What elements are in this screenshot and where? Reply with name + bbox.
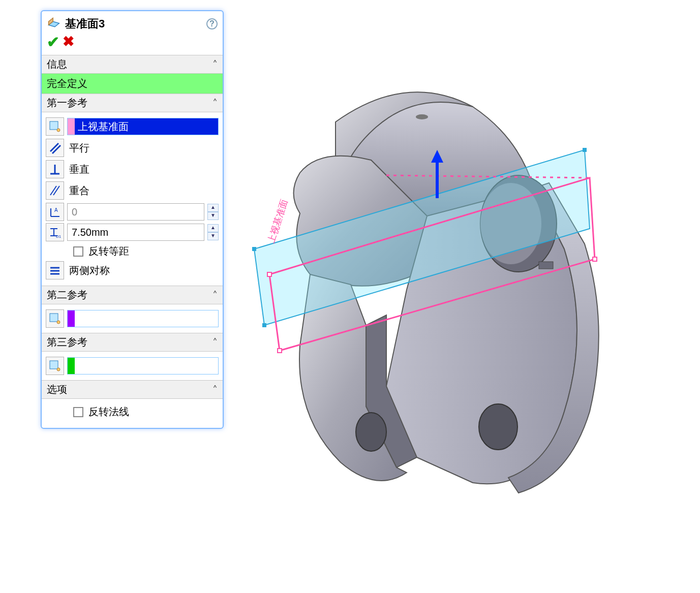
svg-rect-26 bbox=[252, 247, 256, 251]
section-header-ref3[interactable]: 第三参考 ˄ bbox=[42, 333, 223, 352]
section-body-options: 反转法线 bbox=[42, 399, 223, 425]
svg-rect-28 bbox=[262, 323, 266, 327]
svg-rect-32 bbox=[593, 257, 597, 261]
mid-plane-label: 两侧对称 bbox=[69, 264, 110, 277]
chevron-up-icon: ˄ bbox=[212, 384, 218, 396]
cancel-button[interactable]: ✖ bbox=[63, 33, 74, 51]
section-header-ref2[interactable]: 第二参考 ˄ bbox=[42, 286, 223, 304]
angle-input[interactable]: 0 bbox=[67, 203, 204, 221]
svg-point-23 bbox=[479, 404, 518, 450]
ref2-selection-empty bbox=[75, 310, 218, 327]
section-header-ref1[interactable]: 第一参考 ˄ bbox=[42, 93, 223, 112]
plane-icon bbox=[47, 15, 65, 32]
svg-line-5 bbox=[52, 145, 60, 153]
model-view: 上视基准面 bbox=[234, 61, 681, 518]
chevron-up-icon: ˄ bbox=[212, 58, 218, 71]
svg-rect-33 bbox=[278, 349, 282, 353]
offset-input[interactable]: 7.50mm bbox=[67, 224, 204, 241]
face-plane-icon[interactable] bbox=[46, 309, 64, 328]
ref3-selection-field[interactable] bbox=[67, 357, 219, 374]
face-plane-icon[interactable] bbox=[46, 357, 64, 375]
parallel-label: 平行 bbox=[69, 141, 89, 155]
flip-normal-label: 反转法线 bbox=[88, 405, 129, 419]
face-plane-icon[interactable] bbox=[46, 117, 64, 136]
angle-spin-down[interactable]: ▼ bbox=[207, 212, 219, 220]
svg-line-4 bbox=[50, 143, 58, 151]
mid-plane-icon[interactable] bbox=[46, 261, 64, 279]
angle-icon[interactable]: A bbox=[46, 203, 64, 221]
ok-button[interactable]: ✔ bbox=[47, 33, 59, 51]
svg-point-3 bbox=[57, 129, 60, 132]
svg-point-16 bbox=[57, 321, 60, 324]
svg-text:D1: D1 bbox=[56, 234, 62, 239]
section-label-ref3: 第三参考 bbox=[47, 335, 87, 349]
section-label-ref2: 第二参考 bbox=[47, 288, 87, 302]
ref1-color-swatch bbox=[68, 118, 75, 135]
chevron-up-icon: ˄ bbox=[212, 289, 218, 301]
chevron-up-icon: ˄ bbox=[212, 97, 218, 109]
svg-rect-27 bbox=[583, 148, 587, 152]
ref2-color-swatch bbox=[68, 310, 75, 327]
angle-spin-up[interactable]: ▲ bbox=[207, 204, 219, 212]
flip-offset-label: 反转等距 bbox=[88, 244, 129, 258]
panel-header: 基准面3 ? bbox=[42, 11, 223, 33]
graphics-viewport[interactable]: 上视基准面 bbox=[234, 61, 681, 518]
coincident-icon[interactable] bbox=[46, 181, 64, 200]
offset-spin-up[interactable]: ▲ bbox=[207, 224, 219, 232]
svg-rect-31 bbox=[267, 272, 271, 276]
ref2-selection-field[interactable] bbox=[67, 310, 219, 327]
svg-rect-17 bbox=[50, 361, 58, 369]
section-header-info[interactable]: 信息 ˄ bbox=[42, 55, 223, 74]
section-label-ref1: 第一参考 bbox=[47, 96, 87, 110]
svg-line-8 bbox=[50, 186, 56, 195]
offset-spin-down[interactable]: ▼ bbox=[207, 232, 219, 240]
svg-point-18 bbox=[57, 368, 60, 371]
perpendicular-icon[interactable] bbox=[46, 160, 64, 178]
section-body-ref3 bbox=[42, 352, 223, 380]
flip-normal-checkbox[interactable] bbox=[73, 407, 83, 417]
panel-title: 基准面3 bbox=[65, 16, 206, 32]
reference-plane-label: 上视基准面 bbox=[266, 198, 290, 244]
parallel-icon[interactable] bbox=[46, 139, 64, 157]
ref3-color-swatch bbox=[68, 358, 75, 374]
flip-offset-checkbox[interactable] bbox=[73, 246, 83, 257]
confirm-row: ✔ ✖ bbox=[42, 33, 223, 55]
coincident-label: 重合 bbox=[69, 184, 89, 198]
section-body-ref1: 上视基准面 平行 垂直 重合 A 0 ▲ bbox=[42, 112, 223, 286]
svg-line-9 bbox=[53, 186, 59, 195]
svg-rect-22 bbox=[539, 262, 553, 269]
svg-rect-15 bbox=[50, 314, 58, 322]
help-icon[interactable]: ? bbox=[206, 18, 218, 29]
perpendicular-label: 垂直 bbox=[69, 163, 89, 176]
section-label-options: 选项 bbox=[47, 383, 67, 396]
svg-text:A: A bbox=[54, 207, 58, 213]
ref1-selection-field[interactable]: 上视基准面 bbox=[67, 118, 219, 135]
offset-distance-icon[interactable]: D1 bbox=[46, 223, 64, 241]
ref1-selection-text: 上视基准面 bbox=[75, 118, 218, 135]
section-label-info: 信息 bbox=[47, 57, 67, 71]
section-body-ref2 bbox=[42, 304, 223, 333]
status-banner: 完全定义 bbox=[42, 74, 223, 93]
ref3-selection-empty bbox=[75, 358, 218, 374]
svg-point-24 bbox=[356, 413, 386, 451]
svg-rect-2 bbox=[50, 121, 58, 130]
plane-property-panel: 基准面3 ? ✔ ✖ 信息 ˄ 完全定义 第一参考 ˄ 上视基准面 bbox=[41, 10, 224, 429]
svg-point-19 bbox=[416, 114, 428, 119]
section-header-options[interactable]: 选项 ˄ bbox=[42, 380, 223, 399]
chevron-up-icon: ˄ bbox=[212, 336, 218, 349]
